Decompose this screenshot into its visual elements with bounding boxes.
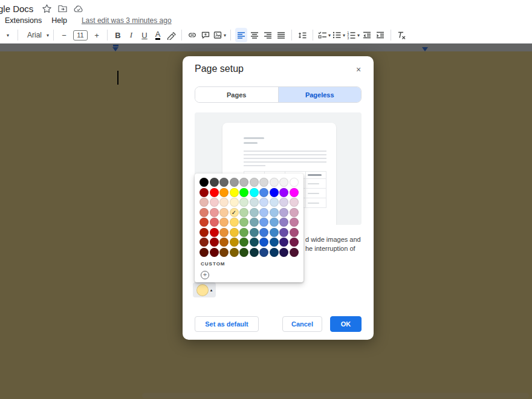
color-swatch[interactable] — [210, 198, 219, 207]
color-swatch[interactable] — [270, 208, 279, 217]
color-swatch[interactable] — [199, 248, 209, 257]
color-swatch[interactable] — [270, 228, 279, 237]
color-swatch[interactable] — [199, 198, 209, 207]
align-center-button[interactable] — [248, 28, 261, 42]
color-swatch[interactable] — [259, 178, 268, 187]
bulleted-list-button[interactable]: ▾ — [332, 28, 345, 42]
clear-formatting-button[interactable] — [395, 28, 407, 42]
color-swatch[interactable] — [210, 248, 219, 257]
color-swatch[interactable] — [199, 218, 209, 227]
color-swatch[interactable] — [279, 208, 288, 217]
color-swatch[interactable] — [270, 178, 279, 187]
color-swatch[interactable] — [270, 218, 279, 227]
close-button[interactable]: × — [353, 64, 364, 75]
color-swatch[interactable] — [259, 208, 268, 217]
color-swatch[interactable] — [259, 198, 268, 207]
color-swatch[interactable] — [290, 248, 299, 257]
color-swatch[interactable] — [199, 238, 209, 247]
color-swatch[interactable] — [219, 218, 229, 227]
increase-indent-button[interactable] — [374, 28, 386, 42]
color-swatch[interactable] — [219, 178, 229, 187]
menu-help[interactable]: Help — [51, 16, 67, 25]
color-swatch[interactable] — [270, 238, 279, 247]
color-swatch[interactable] — [270, 188, 279, 197]
color-swatch[interactable] — [210, 208, 219, 217]
color-swatch[interactable] — [259, 218, 268, 227]
color-swatch[interactable] — [219, 208, 229, 217]
color-swatch[interactable] — [250, 248, 259, 257]
color-swatch[interactable] — [230, 218, 239, 227]
color-swatch[interactable] — [230, 198, 239, 207]
document-title[interactable]: gle Docs — [0, 4, 33, 14]
color-swatch[interactable] — [239, 178, 248, 187]
bold-button[interactable]: B — [112, 28, 124, 42]
color-swatch[interactable] — [230, 238, 239, 247]
color-swatch[interactable] — [210, 178, 219, 187]
color-swatch[interactable] — [250, 198, 259, 207]
align-left-button[interactable] — [235, 28, 247, 42]
color-swatch[interactable] — [270, 198, 279, 207]
color-swatch[interactable] — [290, 188, 299, 197]
color-swatch[interactable] — [219, 248, 229, 257]
color-swatch[interactable] — [230, 188, 239, 197]
text-color-button[interactable]: A — [152, 28, 164, 42]
color-swatch[interactable] — [239, 188, 248, 197]
add-comment-button[interactable] — [199, 28, 212, 42]
color-swatch[interactable] — [239, 228, 248, 237]
color-swatch[interactable] — [199, 178, 209, 187]
color-swatch[interactable] — [230, 248, 239, 257]
color-swatch[interactable] — [259, 238, 268, 247]
color-swatch[interactable] — [279, 178, 288, 187]
color-swatch[interactable] — [259, 188, 268, 197]
color-swatch[interactable] — [239, 218, 248, 227]
insert-link-button[interactable] — [186, 28, 198, 42]
last-edit-link[interactable]: Last edit was 3 minutes ago — [82, 16, 172, 25]
color-swatch[interactable] — [210, 228, 219, 237]
cloud-status-icon[interactable] — [73, 4, 84, 13]
color-swatch[interactable] — [230, 228, 239, 237]
color-swatch[interactable] — [219, 228, 229, 237]
color-swatch[interactable] — [250, 208, 259, 217]
color-swatch[interactable] — [279, 218, 288, 227]
color-swatch[interactable] — [279, 248, 288, 257]
color-swatch-selected[interactable]: ✓ — [230, 208, 239, 217]
color-swatch[interactable] — [210, 188, 219, 197]
color-swatch[interactable] — [290, 198, 299, 207]
line-spacing-button[interactable] — [296, 28, 308, 42]
page-color-dropdown[interactable]: ▴ — [193, 282, 216, 297]
set-as-default-button[interactable]: Set as default — [195, 316, 259, 332]
color-swatch[interactable] — [250, 178, 259, 187]
color-swatch[interactable] — [279, 228, 288, 237]
color-swatch[interactable] — [250, 228, 259, 237]
styles-dropdown-button[interactable]: ▾ — [1, 28, 13, 42]
color-swatch[interactable] — [250, 218, 259, 227]
color-swatch[interactable] — [239, 248, 248, 257]
color-swatch[interactable] — [239, 238, 248, 247]
color-swatch[interactable] — [199, 188, 209, 197]
decrease-indent-button[interactable] — [361, 28, 373, 42]
color-swatch[interactable] — [290, 238, 299, 247]
checklist-button[interactable]: ▾ — [317, 28, 331, 42]
color-swatch[interactable] — [219, 238, 229, 247]
font-family-select[interactable]: Arial▾ — [22, 28, 49, 42]
font-size-input[interactable]: 11 — [73, 30, 88, 41]
color-swatch[interactable] — [210, 238, 219, 247]
color-swatch[interactable] — [290, 218, 299, 227]
tab-pageless[interactable]: Pageless — [278, 87, 362, 102]
color-swatch[interactable] — [199, 208, 209, 217]
color-swatch[interactable] — [259, 228, 268, 237]
color-swatch[interactable] — [250, 188, 259, 197]
insert-image-button[interactable]: ▾ — [213, 28, 226, 42]
add-custom-color-button[interactable]: + — [201, 271, 209, 279]
color-swatch[interactable] — [290, 228, 299, 237]
color-swatch[interactable] — [279, 198, 288, 207]
color-swatch[interactable] — [199, 228, 209, 237]
color-swatch[interactable] — [239, 198, 248, 207]
numbered-list-button[interactable]: 123▾ — [346, 28, 360, 42]
ok-button[interactable]: OK — [330, 316, 362, 332]
star-icon[interactable] — [42, 4, 52, 14]
move-folder-icon[interactable] — [57, 4, 68, 13]
justify-button[interactable] — [275, 28, 287, 42]
menu-extensions[interactable]: Extensions — [5, 16, 42, 25]
increase-font-size-button[interactable]: + — [91, 28, 103, 42]
